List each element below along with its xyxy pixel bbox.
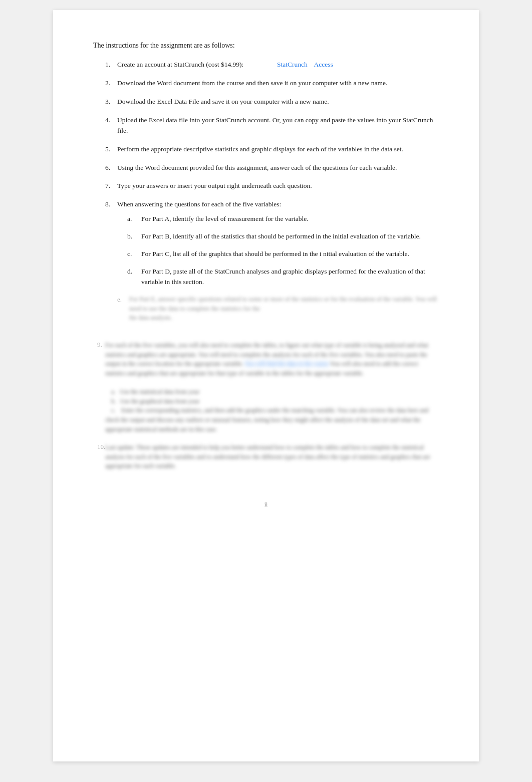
list-number: 8. bbox=[93, 199, 117, 331]
sub-list-item: a. For Part A, identify the level of mea… bbox=[117, 214, 439, 224]
list-number: 2. bbox=[93, 78, 117, 89]
list-item-content: Using the Word document provided for thi… bbox=[117, 163, 439, 173]
blurred-block-9: 9. For each of the five variables, you w… bbox=[93, 341, 439, 434]
blurred-block-9-wrapper: 9. For each of the five variables, you w… bbox=[93, 341, 439, 434]
list-number: 1. bbox=[93, 60, 117, 70]
sub-list-item: c. For Part C, list all of the graphics … bbox=[117, 249, 439, 259]
sub-item-content: For Part A, identify the level of measur… bbox=[141, 214, 439, 224]
list-number: 5. bbox=[93, 144, 117, 155]
list-number: 4. bbox=[93, 115, 117, 136]
list-item: 3. Download the Excel Data File and save… bbox=[93, 97, 439, 107]
list-number: 7. bbox=[93, 181, 117, 191]
sub-list: a. For Part A, identify the level of mea… bbox=[117, 214, 439, 288]
blurred-number-10: 10. bbox=[93, 443, 105, 471]
document-page: The instructions for the assignment are … bbox=[53, 10, 479, 761]
sub-letter: c. bbox=[117, 249, 141, 259]
page-number: ii bbox=[93, 501, 439, 508]
list-item-content: Perform the appropriate descriptive stat… bbox=[117, 144, 439, 155]
sub-letter: d. bbox=[117, 267, 141, 288]
list-item: 8. When answering the questions for each… bbox=[93, 199, 439, 331]
blurred-text-e: For Part E, answer specific questions re… bbox=[129, 295, 439, 323]
list-item: 1. Create an account at StatCrunch (cost… bbox=[93, 60, 439, 70]
list-item-content: Download the Word document from the cour… bbox=[117, 78, 439, 89]
list-number: 6. bbox=[93, 163, 117, 173]
list-item-content: Upload the Excel data file into your Sta… bbox=[117, 115, 439, 136]
list-item-content: Download the Excel Data File and save it… bbox=[117, 97, 439, 107]
blurred-item-e: e. For Part E, answer specific questions… bbox=[117, 295, 439, 323]
blurred-number-9: 9. bbox=[93, 341, 105, 434]
sub-letter: b. bbox=[117, 231, 141, 242]
list-number: 3. bbox=[93, 97, 117, 107]
blurred-section: e. For Part E, answer specific questions… bbox=[117, 295, 439, 323]
intro-paragraph: The instructions for the assignment are … bbox=[93, 40, 439, 51]
sub-list-item: b. For Part B, identify all of the stati… bbox=[117, 231, 439, 242]
sub-item-content: For Part C, list all of the graphics tha… bbox=[141, 249, 439, 259]
item-8-text: When answering the questions for each of… bbox=[117, 200, 281, 208]
list-item-content: Create an account at StatCrunch (cost $1… bbox=[117, 60, 439, 70]
sub-item-content: For Part B, identify all of the statisti… bbox=[141, 231, 439, 242]
list-item: 4. Upload the Excel data file into your … bbox=[93, 115, 439, 136]
list-item-content: Type your answers or insert your output … bbox=[117, 181, 439, 191]
statcrunch-link[interactable]: StatCrunch bbox=[277, 61, 308, 68]
sub-letter: a. bbox=[117, 214, 141, 224]
blurred-text-10: Last update: These updates are intended … bbox=[105, 443, 439, 471]
list-item: 2. Download the Word document from the c… bbox=[93, 78, 439, 89]
spacer bbox=[245, 60, 276, 70]
blurred-block-10-wrapper: 10. Last update: These updates are inten… bbox=[93, 443, 439, 471]
list-item: 6. Using the Word document provided for … bbox=[93, 163, 439, 173]
list-item-content: When answering the questions for each of… bbox=[117, 199, 439, 331]
blurred-text-9: For each of the five variables, you will… bbox=[105, 341, 439, 434]
sub-item-content: For Part D, paste all of the StatCrunch … bbox=[141, 267, 439, 288]
main-list: 1. Create an account at StatCrunch (cost… bbox=[93, 60, 439, 331]
item-1-text: Create an account at StatCrunch (cost $1… bbox=[117, 61, 243, 68]
blurred-letter: e. bbox=[117, 295, 129, 323]
list-item: 7. Type your answers or insert your outp… bbox=[93, 181, 439, 191]
blurred-block-10: 10. Last update: These updates are inten… bbox=[93, 443, 439, 471]
list-item: 5. Perform the appropriate descriptive s… bbox=[93, 144, 439, 155]
sub-list-item: d. For Part D, paste all of the StatCrun… bbox=[117, 267, 439, 288]
access-link[interactable]: Access bbox=[314, 61, 333, 68]
